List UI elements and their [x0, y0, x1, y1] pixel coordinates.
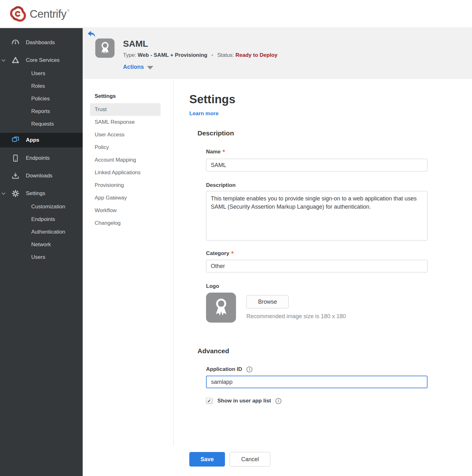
required-asterisk: * [231, 250, 234, 257]
subnav-item-account-mapping[interactable]: Account Mapping [90, 154, 161, 166]
sidebar-subitem-requests[interactable]: Requests [0, 118, 83, 130]
show-in-user-app-list-label: Show in user app list [217, 398, 271, 404]
app-header: SAML Type: Web - SAML + Provisioning • S… [83, 28, 472, 79]
application-id-field[interactable] [206, 376, 428, 388]
application-id-label: Application ID [206, 366, 242, 372]
settings-form: Settings Learn more Description Name* De… [174, 79, 428, 473]
subnav-item-linked-applications[interactable]: Linked Applications [90, 166, 161, 179]
required-asterisk: * [222, 148, 225, 155]
subnav-item-label: Linked Applications [95, 170, 141, 176]
sidebar-item-endpoints[interactable]: Endpoints [0, 151, 83, 165]
actions-dropdown[interactable]: Actions [123, 64, 153, 70]
sidebar-subitem-label: Authentication [31, 229, 65, 235]
sidebar-item-label: Apps [26, 137, 39, 143]
sidebar-subitem-users-settings[interactable]: Users [0, 251, 83, 264]
brand-name: Centrify [30, 5, 67, 22]
sidebar-item-dashboards[interactable]: Dashboards [0, 36, 83, 50]
subnav-item-label: Account Mapping [95, 157, 136, 163]
sidebar-subitem-label: Users [31, 70, 45, 77]
sidebar: Dashboards Core Services Users Roles Pol… [0, 28, 83, 476]
name-label: Name [206, 149, 221, 155]
type-label: Type: [123, 52, 136, 58]
subnav-item-label: App Gateway [95, 195, 127, 201]
sidebar-item-downloads[interactable]: Downloads [0, 169, 83, 183]
category-label: Category [206, 250, 229, 257]
actions-label: Actions [123, 64, 144, 70]
app-meta: Type: Web - SAML + Provisioning • Status… [123, 52, 277, 58]
subnav-item-label: Trust [95, 106, 107, 113]
sidebar-subitem-label: Users [31, 254, 45, 260]
description-field[interactable] [206, 191, 428, 241]
sidebar-subitem-reports[interactable]: Reports [0, 105, 83, 118]
subnav-item-label: Changelog [95, 220, 121, 226]
centrify-logo: Centrify ® [9, 5, 70, 22]
back-arrow-icon[interactable] [88, 31, 95, 37]
subnav-item-policy[interactable]: Policy [90, 141, 161, 154]
chevron-down-icon[interactable] [1, 58, 6, 63]
save-button[interactable]: Save [189, 452, 225, 467]
sidebar-subitem-network[interactable]: Network [0, 238, 83, 251]
subnav-item-label: Workflow [95, 207, 117, 214]
sidebar-subitem-authentication[interactable]: Authentication [0, 226, 83, 238]
sidebar-item-label: Settings [26, 190, 45, 197]
sidebar-subitem-label: Reports [31, 108, 50, 115]
category-field[interactable] [206, 260, 428, 272]
sidebar-item-label: Endpoints [26, 155, 50, 161]
type-value: Web - SAML + Provisioning [138, 52, 207, 58]
download-icon [11, 172, 20, 180]
subnav-item-workflow[interactable]: Workflow [90, 204, 161, 217]
gauge-icon [11, 39, 20, 47]
meta-separator: • [211, 52, 213, 58]
sidebar-item-settings[interactable]: Settings [0, 187, 83, 200]
sidebar-subitem-label: Customization [31, 204, 65, 210]
gear-icon [11, 189, 20, 198]
registered-mark: ® [67, 9, 70, 12]
app-title: SAML [123, 39, 148, 49]
sidebar-subitem-label: Endpoints [31, 216, 55, 223]
sidebar-item-label: Core Services [26, 57, 60, 63]
subnav-item-app-gateway[interactable]: App Gateway [90, 192, 161, 204]
core-services-icon [11, 56, 20, 64]
app-logo [95, 39, 115, 58]
sidebar-item-apps[interactable]: Apps [0, 133, 83, 147]
subnav-item-trust[interactable]: Trust [90, 103, 161, 116]
info-icon[interactable]: i [246, 366, 252, 372]
sidebar-subitem-customization[interactable]: Customization [0, 200, 83, 213]
logo-label: Logo [206, 283, 219, 289]
subnav-item-saml-response[interactable]: SAML Response [90, 116, 161, 128]
info-icon[interactable]: i [275, 398, 281, 404]
show-in-user-app-list-checkbox[interactable]: ✓ [206, 398, 212, 404]
subnav-item-changelog[interactable]: Changelog [90, 217, 161, 229]
top-bar: Centrify ® [0, 0, 472, 28]
page-title: Settings [189, 93, 428, 106]
logo-size-hint: Recommended image size is 180 x 180 [246, 313, 346, 320]
sidebar-subitem-policies[interactable]: Policies [0, 92, 83, 105]
subnav-heading: Settings [90, 93, 161, 99]
cancel-button[interactable]: Cancel [230, 452, 270, 467]
subnav-item-provisioning[interactable]: Provisioning [90, 179, 161, 192]
sidebar-item-label: Dashboards [26, 39, 55, 46]
sidebar-subitem-roles[interactable]: Roles [0, 80, 83, 92]
status-label: Status: [217, 52, 234, 58]
status-badge: Ready to Deploy [235, 52, 277, 58]
chevron-down-icon[interactable] [1, 191, 6, 196]
sidebar-subitem-label: Network [31, 241, 51, 248]
learn-more-link[interactable]: Learn more [189, 110, 219, 117]
subnav-item-label: Provisioning [95, 182, 124, 188]
centrify-swirl-icon [9, 5, 27, 22]
checkmark-icon: ✓ [207, 398, 211, 404]
sidebar-item-core-services[interactable]: Core Services [0, 53, 83, 67]
mobile-device-icon [11, 154, 20, 162]
subnav-item-user-access[interactable]: User Access [90, 128, 161, 141]
caret-down-icon [147, 66, 153, 69]
sidebar-item-label: Downloads [26, 173, 52, 179]
sidebar-subitem-label: Policies [31, 96, 50, 102]
browse-button[interactable]: Browse [246, 295, 289, 308]
name-field[interactable] [206, 159, 428, 171]
sidebar-subitem-users[interactable]: Users [0, 67, 83, 80]
apps-icon [11, 136, 20, 144]
description-section-heading: Description [198, 129, 428, 137]
subnav-item-label: SAML Response [95, 119, 135, 125]
ribbon-medal-icon [99, 41, 111, 55]
sidebar-subitem-endpoints-settings[interactable]: Endpoints [0, 213, 83, 226]
